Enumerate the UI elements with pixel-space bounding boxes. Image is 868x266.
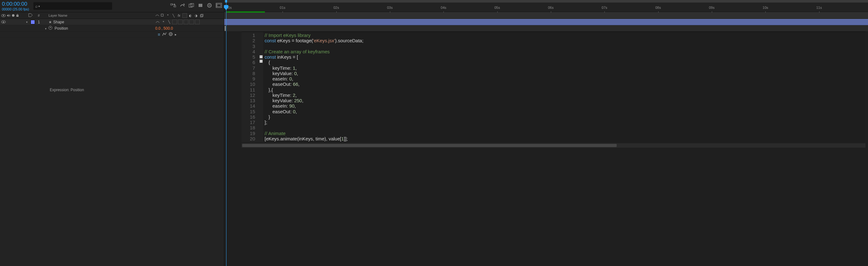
index-column-header[interactable]: #	[36, 14, 47, 17]
svg-point-3	[184, 4, 185, 5]
ruler-tick: 09s	[709, 6, 715, 9]
svg-rect-23	[201, 14, 203, 17]
ruler-tick: 08s	[655, 6, 661, 9]
column-header-row: 🔊︎ 🔒︎ # Layer Name ＊ ╲ fx ◐ ◑	[0, 12, 224, 19]
fold-column: −−	[259, 32, 263, 142]
quality-switch-header[interactable]: ╲	[171, 13, 176, 18]
expression-editor-container: 1234567891011121314151617181920 −− // Im…	[242, 31, 866, 148]
ruler-tick: 04s	[441, 6, 446, 9]
ruler-tick: 11s	[816, 6, 822, 9]
layer-adjustment-switch[interactable]	[189, 20, 194, 24]
shy-switch-icon[interactable]	[155, 14, 159, 18]
svg-point-10	[208, 3, 211, 7]
svg-rect-7	[200, 4, 200, 7]
timeline-left-panel: 0:00:00:00 00000 (25.00 fps) ⌕ 🔊︎ �	[0, 0, 224, 266]
svg-rect-0	[170, 4, 173, 5]
label-column[interactable]	[25, 13, 36, 18]
layer-frameblend-switch[interactable]	[178, 20, 183, 24]
lock-column-icon[interactable]: 🔒︎	[16, 14, 19, 17]
audio-column-icon[interactable]: 🔊︎	[7, 13, 11, 18]
label-icon	[28, 13, 33, 18]
shy-layers-icon[interactable]	[180, 3, 185, 9]
timecode-block[interactable]: 0:00:00:00 00000 (25.00 fps)	[2, 1, 32, 11]
expression-graph-icon[interactable]	[162, 32, 166, 37]
layer-name-text: Shape	[53, 20, 64, 24]
shape-layer-icon: ★	[49, 20, 52, 24]
expression-editor[interactable]: 1234567891011121314151617181920 −− // Im…	[242, 31, 866, 142]
expression-controls-row: = ▸	[0, 31, 224, 38]
3d-switch-header[interactable]	[199, 13, 204, 18]
layer-duration-bar[interactable]	[224, 19, 868, 25]
av-columns: 🔊︎ 🔒︎	[0, 13, 25, 18]
switches-track-row	[224, 12, 868, 19]
current-timecode[interactable]: 0:00:00:00	[2, 1, 29, 7]
expression-label: Expression: Position	[50, 88, 84, 92]
layer-color-swatch[interactable]	[31, 20, 35, 24]
playhead-indicator-icon[interactable]	[224, 5, 228, 8]
expression-language-icon[interactable]: ▸	[175, 32, 177, 36]
layer-search-input[interactable]: ⌕	[33, 2, 112, 10]
svg-point-11	[209, 5, 210, 6]
ruler-tick: 02s	[334, 6, 339, 9]
layer-name[interactable]: ★Shape	[47, 20, 155, 24]
svg-rect-9	[202, 4, 202, 7]
search-dropdown-icon[interactable]	[38, 4, 40, 8]
code-area[interactable]: // Import eKeys libraryconst eKeys = foo…	[263, 32, 866, 142]
layer-row-1[interactable]: ▾ 1 ★Shape ＊ ╲	[0, 19, 224, 25]
layer-name-column-header[interactable]: Layer Name	[47, 14, 155, 17]
position-y-value[interactable]: 500.0	[163, 26, 173, 31]
render-queue-icon[interactable]	[216, 3, 222, 9]
text-caret	[225, 26, 225, 31]
property-twirl-icon[interactable]: ▾	[43, 27, 46, 30]
ruler-tick: 06s	[548, 6, 554, 9]
property-name: Position	[55, 26, 68, 31]
graph-editor-icon[interactable]	[207, 3, 212, 9]
left-empty-area: Expression: Position	[0, 38, 224, 266]
stopwatch-icon[interactable]	[49, 26, 52, 30]
collapse-switch-header[interactable]: ＊	[165, 13, 170, 18]
layer-fx-switch[interactable]	[172, 20, 177, 24]
layer-twirl-icon[interactable]: ▾	[26, 21, 29, 24]
playhead[interactable]	[226, 0, 226, 266]
motion-blur-switch-header[interactable]: ◐	[188, 13, 193, 18]
svg-rect-8	[200, 4, 201, 7]
ruler-tick: 01s	[280, 6, 285, 9]
layer-index: 1	[36, 20, 47, 24]
layer-visibility-toggle[interactable]	[1, 21, 6, 23]
solo-column-icon[interactable]	[12, 14, 14, 17]
motion-blur-icon[interactable]	[198, 3, 203, 9]
svg-point-2	[184, 4, 185, 5]
ruler-tick: 03s	[387, 6, 393, 9]
work-area-bar[interactable]	[226, 11, 265, 12]
frame-blend-switch-header[interactable]	[182, 13, 187, 18]
layer-quality-switch[interactable]: ╲	[166, 20, 171, 24]
layer-3d-switch[interactable]	[195, 20, 200, 24]
app-window: 0:00:00:00 00000 (25.00 fps) ⌕ 🔊︎ �	[0, 0, 868, 266]
expression-track-row[interactable]	[224, 25, 868, 31]
layer-collapse-switch[interactable]: ＊	[161, 20, 166, 24]
fold-marker-icon[interactable]: −	[259, 55, 263, 58]
timeline-top-bar: 0:00:00:00 00000 (25.00 fps) ⌕	[0, 0, 224, 12]
svg-rect-6	[199, 4, 199, 7]
effects-switch-header[interactable]: fx	[177, 13, 181, 18]
video-column-icon[interactable]	[1, 14, 6, 17]
layer-shy-switch[interactable]	[155, 20, 160, 24]
fold-marker-icon[interactable]: −	[259, 60, 263, 63]
timeline-toolbar	[170, 3, 222, 9]
adjustment-switch-header[interactable]: ◑	[194, 13, 198, 18]
expression-enable-icon[interactable]: =	[158, 32, 160, 37]
expression-pickwhip-icon[interactable]	[168, 32, 173, 37]
time-ruler[interactable]: ?0s01s02s03s04s05s06s07s08s09s10s11s	[224, 0, 868, 12]
frame-blend-icon[interactable]	[189, 3, 194, 9]
horizontal-scrollbar[interactable]	[242, 143, 866, 148]
fx-switch-icon[interactable]	[160, 13, 164, 18]
position-property-row[interactable]: ▾ Position 0.0,500.0	[0, 25, 224, 31]
layer-motionblur-switch[interactable]	[184, 20, 188, 24]
position-x-value[interactable]: 0.0	[155, 26, 161, 31]
ruler-tick: 05s	[494, 6, 500, 9]
svg-point-24	[169, 32, 172, 36]
comp-flowchart-icon[interactable]	[170, 3, 176, 9]
frame-rate: 00000 (25.00 fps)	[2, 7, 29, 11]
ruler-tick: 07s	[601, 6, 607, 9]
timeline-right-panel: ?0s01s02s03s04s05s06s07s08s09s10s11s 123…	[224, 0, 868, 266]
